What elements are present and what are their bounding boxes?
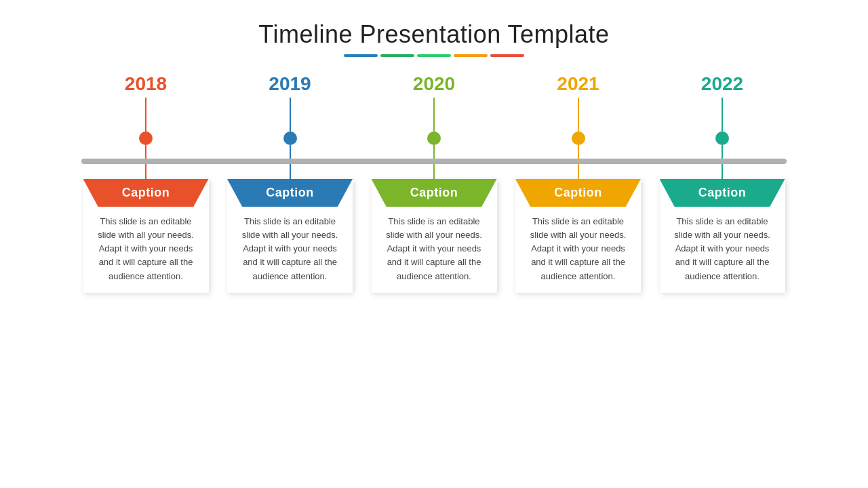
timeline-dot [572,131,585,145]
card-header: Caption [660,179,785,207]
card: CaptionThis slide is an editable slide w… [227,179,353,293]
year-label: 2021 [557,70,599,98]
timeline-item: 2022CaptionThis slide is an editable sli… [658,70,787,293]
timeline-dot [139,131,153,145]
timeline-dot [715,131,729,145]
color-bar [41,54,827,57]
slide: Timeline Presentation Template 2018Capti… [0,0,868,488]
title-section: Timeline Presentation Template [41,20,827,57]
card-body-text: This slide is an editable slide with all… [525,215,631,283]
card-body: This slide is an editable slide with all… [515,207,641,293]
card: CaptionThis slide is an editable slide w… [515,179,641,293]
card-caption: Caption [266,186,314,199]
card-body: This slide is an editable slide with all… [83,207,209,293]
timeline-item: 2018CaptionThis slide is an editable sli… [81,70,210,293]
card-caption: Caption [122,186,170,199]
card: CaptionThis slide is an editable slide w… [372,179,497,293]
color-bar-segment [417,54,451,57]
line-above [290,98,291,131]
card-header: Caption [227,179,353,207]
year-label: 2022 [701,70,743,98]
timeline-item: 2020CaptionThis slide is an editable sli… [370,70,498,293]
timeline-line [81,159,787,164]
card-body: This slide is an editable slide with all… [227,207,353,293]
card: CaptionThis slide is an editable slide w… [83,179,209,293]
card-body-text: This slide is an editable slide with all… [669,215,776,283]
year-label: 2018 [125,70,167,98]
card-caption: Caption [410,186,458,199]
line-above [433,98,435,131]
color-bar-segment [380,54,414,57]
timeline-item: 2019CaptionThis slide is an editable sli… [226,70,355,293]
timeline-items: 2018CaptionThis slide is an editable sli… [41,70,827,293]
line-above [722,98,723,131]
card-header: Caption [372,179,497,207]
color-bar-segment [454,54,488,57]
card-caption: Caption [698,186,747,199]
year-label: 2020 [413,70,455,98]
card-body-text: This slide is an editable slide with all… [381,215,488,283]
timeline-item: 2021CaptionThis slide is an editable sli… [514,70,643,293]
card-caption: Caption [554,186,602,199]
timeline-area: 2018CaptionThis slide is an editable sli… [41,70,827,450]
main-title: Timeline Presentation Template [41,20,827,49]
card-body-text: This slide is an editable slide with all… [237,215,343,283]
card-body: This slide is an editable slide with all… [372,207,497,293]
card-body-text: This slide is an editable slide with all… [93,215,199,283]
line-above [145,98,146,131]
card-header: Caption [83,179,209,207]
color-bar-segment [490,54,524,57]
color-bar-segment [344,54,378,57]
card: CaptionThis slide is an editable slide w… [660,179,785,293]
year-label: 2019 [269,70,311,98]
card-body: This slide is an editable slide with all… [660,207,785,293]
timeline-dot [283,131,297,145]
card-header: Caption [515,179,641,207]
line-above [578,98,579,131]
timeline-dot [427,131,441,145]
